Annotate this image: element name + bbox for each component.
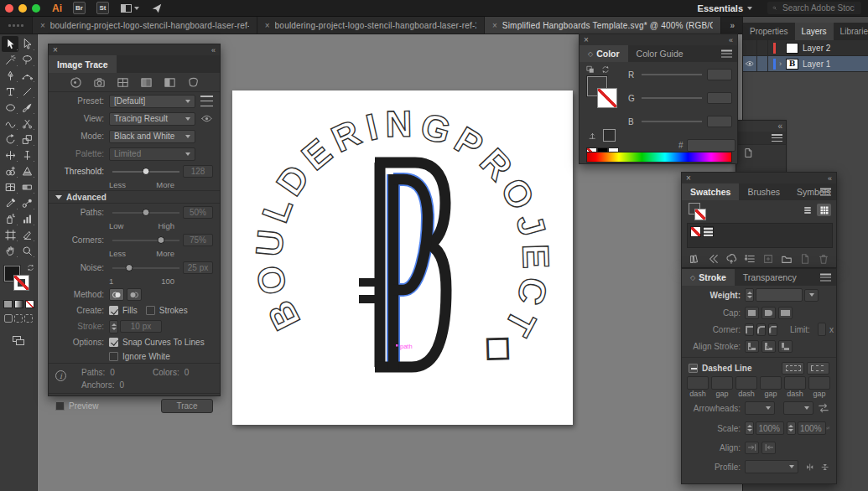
column-graph-tool[interactable] (18, 211, 35, 227)
cap-projecting-button[interactable] (778, 307, 793, 319)
stock-button[interactable]: St (96, 2, 109, 14)
workspace-switcher[interactable]: Essentials (698, 3, 752, 13)
panel-menu-icon[interactable] (820, 274, 831, 282)
document-tab-3-active[interactable]: × Simplified Hangboards Template.svg* @ … (485, 17, 721, 34)
preview-checkbox[interactable] (55, 401, 65, 411)
method-abutting-button[interactable] (109, 288, 124, 301)
new-swatch-icon[interactable] (799, 253, 811, 265)
document-tab-2[interactable]: × bouldering-project-logo-stencil-hangbo… (257, 17, 485, 34)
weight-dropdown-button[interactable] (804, 289, 819, 302)
corner-bevel-button[interactable] (768, 323, 777, 336)
paths-slider[interactable] (112, 212, 179, 214)
pattern-swatch[interactable] (703, 226, 714, 237)
pen-tool[interactable] (2, 68, 18, 84)
dash-field-3[interactable] (784, 376, 806, 390)
snap-curves-checkbox[interactable] (109, 338, 118, 347)
document-tab-1[interactable]: × bouldering-project-logo-stencil-hangbo… (33, 17, 257, 34)
profile-select[interactable] (745, 460, 798, 473)
shift-color-icon[interactable] (588, 131, 597, 140)
slice-tool[interactable] (18, 227, 35, 243)
gap-field-2[interactable] (760, 376, 782, 390)
add-to-library-icon[interactable] (725, 253, 737, 265)
stroke-stepper[interactable] (109, 320, 118, 333)
scissors-tool[interactable] (18, 116, 35, 132)
threshold-value[interactable]: 128 (183, 165, 213, 178)
swatch-libraries-icon[interactable] (689, 253, 700, 265)
lock-toggle[interactable] (757, 56, 768, 71)
red-slider[interactable] (642, 74, 702, 75)
selection-tool[interactable] (2, 36, 18, 52)
dashed-line-checkbox[interactable] (689, 364, 698, 373)
close-panel-icon[interactable]: × (686, 173, 691, 183)
scale-end-stepper[interactable] (787, 421, 796, 435)
low-color-icon[interactable] (117, 76, 129, 89)
artboard-tool[interactable] (2, 227, 18, 243)
weight-field[interactable] (756, 288, 803, 302)
strokes-checkbox[interactable] (146, 306, 155, 315)
corners-slider[interactable] (112, 240, 179, 241)
corner-round-button[interactable] (756, 323, 766, 336)
view-select[interactable]: Tracing Result (109, 112, 195, 126)
cap-butt-button[interactable] (745, 307, 759, 319)
gap-field-1[interactable] (711, 376, 733, 390)
toolbar-grip[interactable] (0, 17, 33, 34)
scale-tool[interactable] (18, 132, 35, 147)
arrange-documents-button[interactable] (121, 3, 139, 13)
eye-icon[interactable] (200, 113, 213, 124)
magic-wand-tool[interactable] (2, 52, 18, 68)
puppet-warp-tool[interactable] (18, 147, 35, 163)
stroke-width-value[interactable]: 10 px (120, 320, 162, 333)
eyedropper-tool[interactable] (2, 195, 18, 211)
swap-colors-icon[interactable] (601, 65, 610, 74)
arrowhead-end-select[interactable] (783, 401, 813, 415)
panel-menu-icon[interactable] (772, 134, 782, 142)
arrowhead-start-select[interactable] (745, 401, 775, 415)
preset-select[interactable]: [Default] (109, 95, 195, 108)
none-swatch[interactable] (690, 226, 701, 237)
method-overlapping-button[interactable] (127, 288, 142, 301)
scale-start-stepper[interactable] (745, 421, 754, 435)
type-tool[interactable] (2, 84, 18, 100)
collapse-panel-icon[interactable]: « (211, 46, 216, 54)
swap-fill-stroke-icon[interactable] (27, 264, 34, 271)
layer-row-2[interactable]: Layer 2 (743, 40, 868, 56)
swap-arrowheads-icon[interactable] (818, 402, 829, 414)
tab-properties[interactable]: Properties (743, 23, 795, 40)
none-mode-button[interactable] (25, 300, 34, 308)
align-arrow-tip-button[interactable] (745, 442, 759, 454)
perspective-grid-tool[interactable] (18, 163, 35, 179)
scale-end-field[interactable]: 100% (798, 421, 826, 435)
corners-value[interactable]: 75% (183, 234, 213, 246)
scale-start-field[interactable]: 100% (756, 421, 784, 435)
panel-menu-icon[interactable] (820, 189, 831, 196)
new-item-icon[interactable] (743, 147, 754, 158)
close-tab-icon[interactable]: × (265, 21, 270, 30)
color-themes-icon[interactable] (707, 253, 719, 265)
layer-thumbnail[interactable]: B (786, 59, 798, 70)
outline-icon[interactable] (187, 76, 200, 89)
miter-limit-field[interactable] (818, 323, 826, 336)
corner-miter-button[interactable] (745, 323, 754, 336)
color-spectrum-bar[interactable] (586, 152, 732, 163)
shape-builder-tool[interactable] (2, 163, 18, 179)
width-tool[interactable] (2, 147, 18, 163)
hex-value-field[interactable] (687, 139, 735, 152)
visibility-toggle[interactable] (743, 40, 757, 55)
shaper-tool[interactable] (2, 116, 18, 132)
lock-toggle[interactable] (757, 40, 768, 55)
visibility-toggle[interactable] (743, 56, 757, 71)
image-trace-tab[interactable]: Image Trace (49, 55, 117, 73)
align-arrow-end-button[interactable] (761, 442, 776, 454)
swatch-options-icon[interactable] (762, 253, 774, 265)
dual-swatch-icon[interactable] (586, 65, 595, 74)
curvature-tool[interactable] (18, 68, 35, 84)
maximize-window-button[interactable] (32, 4, 40, 13)
trace-button[interactable]: Trace (161, 399, 213, 413)
link-scales-icon[interactable] (826, 422, 829, 434)
flip-profile-horizontal-icon[interactable] (805, 462, 814, 473)
share-icon[interactable] (151, 3, 163, 14)
line-segment-tool[interactable] (18, 84, 35, 100)
weight-stepper[interactable] (745, 288, 754, 302)
align-stroke-inside-button[interactable] (761, 340, 776, 353)
blue-slider[interactable] (642, 121, 702, 122)
